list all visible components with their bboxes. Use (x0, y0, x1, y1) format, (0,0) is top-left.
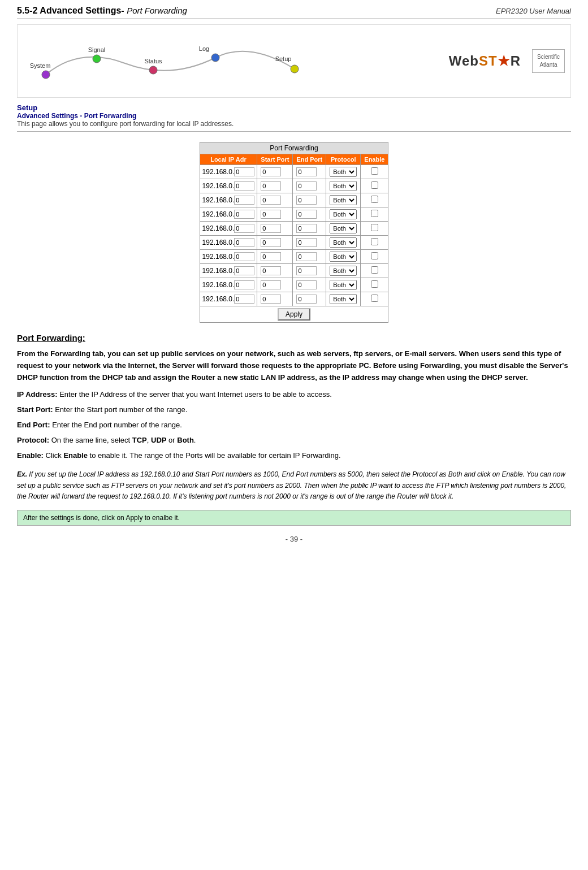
section-title: Port Forwarding: (17, 333, 571, 343)
protocol-select[interactable]: Both TCP UDP (330, 280, 357, 290)
ex-label: Ex. (17, 470, 27, 478)
end-port-cell (293, 250, 326, 264)
table-row: 192.168.0. Both TCP UDP (200, 292, 388, 306)
ip-prefix: 192.168.0. (202, 224, 235, 232)
protocol-select[interactable]: Both TCP UDP (330, 167, 357, 177)
svg-point-7 (211, 54, 219, 62)
content-section: Port Forwarding: From the Forwarding tab… (17, 333, 571, 526)
table-container: Port Forwarding Local IP Adr Start Port … (17, 142, 571, 323)
ip-input[interactable] (234, 295, 254, 304)
ip-input[interactable] (234, 167, 254, 176)
protocol-cell: Both TCP UDP (326, 278, 361, 292)
enable-label: Enable: (17, 451, 44, 460)
ip-input[interactable] (234, 224, 254, 233)
ip-input[interactable] (234, 210, 254, 219)
table-row: 192.168.0. Both TCP UDP (200, 222, 388, 236)
protocol-select[interactable]: Both TCP UDP (330, 237, 357, 248)
ip-input[interactable] (234, 266, 254, 275)
start-port-input[interactable] (261, 280, 281, 289)
enable-checkbox[interactable] (371, 210, 378, 217)
enable-checkbox[interactable] (371, 196, 378, 203)
protocol-select[interactable]: Both TCP UDP (330, 181, 357, 191)
table-row: 192.168.0. Both TCP UDP (200, 207, 388, 222)
enable-cell (361, 222, 388, 236)
svg-text:Signal: Signal (88, 46, 106, 53)
table-row: 192.168.0. Both TCP UDP (200, 193, 388, 207)
start-port-input[interactable] (261, 196, 281, 205)
enable-checkbox[interactable] (371, 238, 378, 245)
ip-address-desc: IP Address: Enter the IP Address of the … (17, 389, 571, 401)
ip-cell: 192.168.0. (200, 236, 257, 250)
protocol-cell: Both TCP UDP (326, 193, 361, 207)
start-port-input[interactable] (261, 238, 281, 247)
setup-desc: This page allows you to configure port f… (17, 120, 571, 128)
end-port-cell (293, 222, 326, 236)
start-port-input[interactable] (261, 167, 281, 176)
end-port-cell (293, 179, 326, 193)
enable-checkbox[interactable] (371, 295, 378, 302)
start-port-input[interactable] (261, 224, 281, 233)
protocol-cell: Both TCP UDP (326, 222, 361, 236)
end-port-input[interactable] (296, 295, 317, 304)
enable-checkbox[interactable] (371, 224, 378, 231)
col-header-start-port: Start Port (257, 154, 293, 165)
ip-cell: 192.168.0. (200, 193, 257, 207)
end-port-input[interactable] (296, 266, 317, 275)
protocol-select[interactable]: Both TCP UDP (330, 209, 357, 219)
end-port-text: Enter the End port number of the range. (52, 421, 182, 429)
nav-curve-svg: System Signal Status Log Setup (23, 29, 317, 97)
start-port-input[interactable] (261, 295, 281, 304)
protocol-cell: Both TCP UDP (326, 236, 361, 250)
enable-cell (361, 292, 388, 306)
protocol-select[interactable]: Both TCP UDP (330, 294, 357, 304)
enable-checkbox[interactable] (371, 266, 378, 274)
end-port-input[interactable] (296, 238, 317, 247)
end-port-input[interactable] (296, 280, 317, 289)
table-title-row: Port Forwarding (200, 142, 388, 154)
start-port-input[interactable] (261, 252, 281, 261)
ip-input[interactable] (234, 196, 254, 205)
ip-prefix: 192.168.0. (202, 253, 235, 261)
page-title: 5.5-2 Advanced Settings- Port Forwarding (17, 6, 187, 16)
start-port-cell (257, 179, 293, 193)
protocol-cell: Both TCP UDP (326, 179, 361, 193)
start-port-input[interactable] (261, 266, 281, 275)
start-port-input[interactable] (261, 181, 281, 191)
end-port-input[interactable] (296, 196, 317, 205)
protocol-select[interactable]: Both TCP UDP (330, 223, 357, 233)
end-port-cell (293, 264, 326, 278)
svg-point-0 (42, 71, 50, 79)
ip-prefix: 192.168.0. (202, 168, 235, 176)
protocol-cell: Both TCP UDP (326, 165, 361, 179)
nav-bar: System Signal Status Log Setup WebST★R (17, 24, 571, 98)
ip-input[interactable] (234, 238, 254, 247)
apply-button[interactable]: Apply (278, 308, 310, 321)
end-port-input[interactable] (296, 167, 317, 176)
protocol-select[interactable]: Both TCP UDP (330, 195, 357, 205)
start-port-cell (257, 264, 293, 278)
end-port-cell (293, 165, 326, 179)
end-port-input[interactable] (296, 224, 317, 233)
start-port-cell (257, 278, 293, 292)
end-port-input[interactable] (296, 181, 317, 191)
enable-cell (361, 193, 388, 207)
end-port-cell (293, 193, 326, 207)
top-title-bar: 5.5-2 Advanced Settings- Port Forwarding… (17, 6, 571, 19)
start-port-cell (257, 193, 293, 207)
enable-cell (361, 179, 388, 193)
start-port-cell (257, 236, 293, 250)
end-port-input[interactable] (296, 252, 317, 261)
table-row: 192.168.0. Both TCP UDP (200, 264, 388, 278)
enable-checkbox[interactable] (371, 181, 378, 189)
start-port-cell (257, 292, 293, 306)
enable-checkbox[interactable] (371, 252, 378, 259)
ip-input[interactable] (234, 252, 254, 261)
ip-input[interactable] (234, 280, 254, 289)
ip-input[interactable] (234, 181, 254, 191)
protocol-select[interactable]: Both TCP UDP (330, 266, 357, 276)
enable-checkbox[interactable] (371, 280, 378, 288)
enable-checkbox[interactable] (371, 167, 378, 175)
protocol-select[interactable]: Both TCP UDP (330, 252, 357, 262)
end-port-input[interactable] (296, 210, 317, 219)
start-port-input[interactable] (261, 210, 281, 219)
